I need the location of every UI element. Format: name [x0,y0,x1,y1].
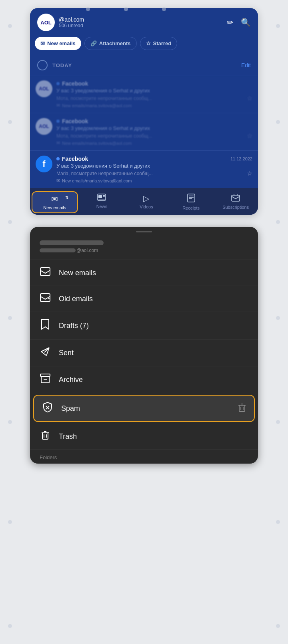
nav-item-receipts[interactable]: Receipts [169,191,214,213]
drawer-new-emails-label: New emails [59,269,248,277]
drawer-handle [136,231,152,232]
folder-text: New emails/maria.svitova@aol.com [62,141,132,146]
email-item[interactable]: f Facebook 11.12.2022 У вас 3 уведомлени… [30,150,258,188]
nav-videos-label: Videos [140,204,153,209]
tab-attachments-icon: 🔗 [90,40,97,46]
email-subject: У вас 3 уведомления о Serhat и других [56,125,252,131]
drawer-item-spam[interactable]: Spam [33,395,255,422]
drawer-name-placeholder [40,240,104,245]
drawer-item-trash[interactable]: Trash [30,424,258,450]
email-top-row: Facebook [56,80,252,87]
drawer-old-emails-label: Old emails [59,295,248,303]
drawer-email-suffix: @aol.com [76,248,98,253]
drawer-item-drafts[interactable]: Drafts (7) [30,312,258,340]
drawer-archive-label: Archive [59,376,248,384]
email-app-card: AOL @aol.com 506 unread ✏ 🔍 ✉ New emails… [30,8,258,215]
header-unread-count: 506 unread [59,23,84,28]
star-icon[interactable]: ☆ [247,132,252,140]
folder-text: New emails/maria.svitova@aol.com [62,178,132,183]
email-sender: Facebook [62,118,88,124]
email-content: Facebook У вас 3 уведомления о Serhat и … [56,80,252,108]
section-header-left: TODAY [37,60,72,70]
header-email: @aol.com [59,16,84,23]
email-preview: Мота, посмотрите непрочитанные сообщ... [56,133,244,139]
email-folder-row: ✉ New emails/maria.svitova@aol.com [56,178,252,183]
select-all-checkbox[interactable] [37,60,48,70]
tab-new-emails[interactable]: ✉ New emails [35,37,81,50]
unread-indicator [56,157,60,160]
drawer-email-placeholder [40,248,76,252]
drawer-item-archive[interactable]: Archive [30,366,258,393]
inbox-check-icon [40,293,51,304]
tab-starred-icon: ☆ [146,40,151,46]
avatar: AOL [36,80,52,97]
svg-rect-6 [189,196,194,196]
folders-section-label: Folders [30,450,258,464]
email-sender-row: Facebook [56,118,88,124]
section-label-today: TODAY [52,62,72,68]
archive-icon [40,374,51,386]
nav-news-icon [97,194,106,203]
nav-news-label: News [96,204,108,209]
nav-item-subscriptions[interactable]: Subscriptions [213,191,258,213]
section-header-today: TODAY Edit [30,55,258,75]
svg-rect-7 [189,197,194,198]
email-item[interactable]: AOL Facebook У вас 3 уведомления о Serha… [30,113,258,150]
drawer-sent-label: Sent [59,349,248,357]
shield-x-icon [42,402,53,415]
email-subject: У вас 3 уведомления о Serhat и других [56,163,252,169]
folder-text: New emails/maria.svitova@aol.com [62,103,132,108]
drawer-account: @aol.com [30,236,258,260]
nav-item-videos[interactable]: ▷ Videos [124,191,169,213]
svg-line-14 [48,298,49,299]
nav-subscriptions-icon [231,194,240,204]
tab-starred[interactable]: ☆ Starred [140,37,178,50]
tab-new-emails-label: New emails [47,40,76,46]
email-content: Facebook У вас 3 уведомления о Serhat и … [56,118,252,146]
tab-new-emails-icon: ✉ [40,40,45,46]
email-folder-row: ✉ New emails/maria.svitova@aol.com [56,103,252,108]
email-item[interactable]: AOL Facebook У вас 3 уведомления о Serha… [30,75,258,113]
email-top-row: Facebook 11.12.2022 [56,156,252,162]
compose-icon[interactable]: ✏ [227,18,234,27]
unread-indicator [56,82,60,85]
drawer-item-old-emails[interactable]: Old emails [30,286,258,312]
avatar-text: AOL [39,86,49,92]
email-content: Facebook 11.12.2022 У вас 3 уведомления … [56,156,252,183]
delete-icon[interactable] [238,403,246,414]
svg-rect-25 [239,405,245,412]
drawer-item-sent[interactable]: Sent [30,340,258,366]
folder-icon: ✉ [56,140,60,146]
header-account: @aol.com 506 unread [59,16,84,28]
aol-logo: AOL [37,14,55,31]
svg-rect-9 [232,195,240,201]
email-sender: Facebook [62,80,88,87]
search-icon[interactable]: 🔍 [241,18,251,27]
email-date: 11.12.2022 [230,156,252,161]
avatar: f [36,156,52,172]
drawer-item-new-emails[interactable]: New emails [30,260,258,286]
svg-rect-2 [103,195,105,196]
nav-subscriptions-label: Subscriptions [222,205,249,210]
folder-icon: ✉ [56,103,60,108]
email-folder-row: ✉ New emails/maria.svitova@aol.com [56,140,252,146]
nav-item-news[interactable]: News [80,191,124,213]
nav-sort-icon: ⇅ [65,195,68,200]
bottom-navigation: ✉ ⇅ New emails News ▷ Videos [30,188,258,215]
star-icon[interactable]: ☆ [247,170,252,177]
avatar-text: f [42,159,45,169]
nav-receipts-label: Receipts [182,206,200,210]
star-icon[interactable]: ☆ [247,94,252,102]
drawer-spam-label: Spam [61,404,230,413]
edit-button[interactable]: Edit [241,62,251,68]
tab-starred-label: Starred [153,40,172,46]
svg-rect-30 [42,433,48,439]
email-preview: Мота, посмотрите непрочитанные сообщ... [56,96,244,101]
nav-new-emails-icon: ✉ [51,194,58,204]
nav-item-new-emails[interactable]: ✉ ⇅ New emails [32,191,78,213]
email-top-row: Facebook [56,118,252,124]
svg-rect-1 [98,195,102,198]
drawer-trash-label: Trash [59,432,248,441]
tab-attachments[interactable]: 🔗 Attachments [84,37,137,50]
send-icon [40,347,51,359]
